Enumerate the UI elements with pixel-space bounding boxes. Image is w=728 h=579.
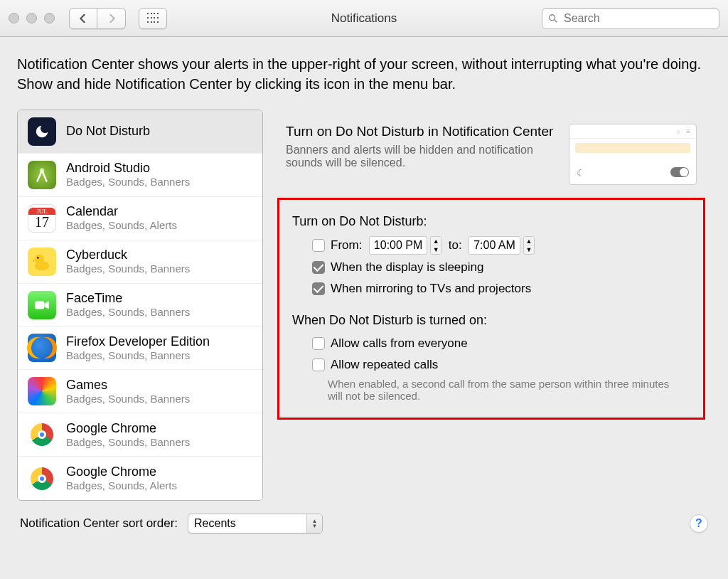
sidebar-item-sub: Badges, Sounds, Alerts: [66, 219, 177, 231]
window-controls: [9, 13, 55, 23]
sort-order-value: Recents: [194, 517, 236, 530]
to-time-field[interactable]: 7:00 AM: [469, 236, 520, 255]
sidebar-item-sub: Badges, Sounds, Banners: [66, 262, 190, 275]
sidebar-item-sub: Badges, Sounds, Banners: [66, 306, 190, 318]
chevron-up-down-icon: ▲▼: [306, 514, 322, 533]
from-label: From:: [331, 238, 362, 253]
zoom-window-button[interactable]: [44, 13, 55, 23]
section-on-title: When Do Not Disturb is turned on:: [292, 313, 690, 328]
from-time-stepper[interactable]: ▲ ▼: [430, 236, 441, 255]
moon-icon: [28, 117, 56, 146]
sidebar-item-android-studio[interactable]: Android Studio Badges, Sounds, Banners: [18, 154, 262, 197]
sort-order-dropdown[interactable]: Recents ▲▼: [188, 514, 323, 533]
preview-banner: [575, 143, 690, 153]
help-button[interactable]: ?: [690, 514, 708, 533]
games-icon: [28, 377, 56, 405]
sidebar-item-sub: Badges, Sounds, Banners: [66, 349, 210, 361]
titlebar: Notifications: [0, 0, 728, 37]
sidebar-item-label: Cyberduck: [66, 248, 190, 262]
schedule-checkbox[interactable]: [312, 239, 325, 252]
sidebar-item-label: Android Studio: [66, 161, 190, 176]
forward-button[interactable]: [97, 8, 126, 29]
sidebar-item-label: Firefox Developer Edition: [66, 335, 210, 349]
preview-list-icon: ≡: [686, 127, 690, 135]
panes: Do Not Disturb Android Studio Badges, So…: [17, 110, 711, 501]
sidebar-item-label: Games: [66, 378, 190, 393]
preview-toggle-icon: [670, 167, 689, 177]
cyberduck-icon: [28, 248, 56, 276]
firefox-icon: [28, 334, 56, 362]
settings-highlight-box: Turn on Do Not Disturb: From: 10:00 PM ▲…: [277, 198, 705, 420]
mirroring-checkbox[interactable]: [312, 282, 325, 295]
svg-point-5: [37, 257, 39, 259]
sidebar-item-label: Do Not Disturb: [66, 124, 150, 139]
schedule-row: From: 10:00 PM ▲ ▼ to: 7:00 AM ▲ ▼: [292, 236, 690, 255]
back-button[interactable]: [69, 8, 97, 29]
grid-icon: [147, 13, 159, 24]
sidebar-item-sub: Badges, Sounds, Alerts: [66, 479, 177, 492]
show-all-button[interactable]: [139, 8, 167, 29]
chrome-icon: [28, 420, 56, 449]
calendar-icon: JUL 17: [28, 204, 56, 233]
sleep-row: When the display is sleeping: [292, 259, 690, 276]
sidebar-item-games[interactable]: Games Badges, Sounds, Banners: [18, 370, 262, 413]
notification-center-preview: ⌕ ≡ ☾: [569, 124, 697, 185]
to-label: to:: [449, 238, 462, 253]
detail-heading: Turn on Do Not Disturb in Notification C…: [286, 124, 556, 139]
preview-search-icon: ⌕: [676, 127, 680, 135]
svg-rect-6: [35, 301, 44, 309]
intro-text: Notification Center shows your alerts in…: [17, 54, 711, 94]
detail-header: Turn on Do Not Disturb in Notification C…: [272, 110, 711, 195]
from-time-field[interactable]: 10:00 PM: [369, 236, 427, 255]
display-sleeping-label: When the display is sleeping: [331, 260, 483, 275]
mirroring-label: When mirroring to TVs and projectors: [331, 282, 531, 296]
sidebar-item-sub: Badges, Sounds, Banners: [66, 176, 190, 188]
repeated-calls-label: Allow repeated calls: [331, 358, 438, 372]
content-area: Notification Center shows your alerts in…: [0, 37, 728, 546]
nav-buttons: [69, 8, 126, 29]
repeated-calls-checkbox[interactable]: [312, 358, 325, 371]
svg-line-1: [555, 19, 557, 22]
sidebar-item-do-not-disturb[interactable]: Do Not Disturb: [18, 110, 262, 154]
stepper-up-icon[interactable]: ▲: [524, 237, 534, 245]
allow-calls-row: Allow calls from everyone: [292, 335, 690, 352]
section-schedule-title: Turn on Do Not Disturb:: [292, 214, 690, 229]
sidebar-item-google-chrome-1[interactable]: Google Chrome Badges, Sounds, Banners: [18, 413, 262, 457]
chrome-icon: [28, 464, 56, 493]
to-time-stepper[interactable]: ▲ ▼: [523, 236, 535, 255]
allow-calls-checkbox[interactable]: [312, 337, 325, 350]
stepper-down-icon[interactable]: ▼: [524, 245, 534, 254]
sidebar-item-cyberduck[interactable]: Cyberduck Badges, Sounds, Banners: [18, 240, 262, 284]
svg-point-0: [550, 14, 555, 20]
sidebar-item-calendar[interactable]: JUL 17 Calendar Badges, Sounds, Alerts: [18, 197, 262, 240]
android-studio-icon: [28, 161, 56, 189]
search-input[interactable]: [562, 11, 713, 26]
sort-order-row: Notification Center sort order: Recents …: [17, 501, 711, 536]
stepper-up-icon[interactable]: ▲: [431, 237, 441, 245]
sidebar-item-label: Calendar: [66, 205, 177, 219]
facetime-icon: [28, 291, 56, 319]
search-field[interactable]: [542, 8, 719, 29]
app-list[interactable]: Do Not Disturb Android Studio Badges, So…: [17, 110, 263, 501]
display-sleeping-checkbox[interactable]: [312, 261, 325, 274]
sidebar-item-firefox-dev[interactable]: Firefox Developer Edition Badges, Sounds…: [18, 327, 262, 371]
svg-point-4: [35, 254, 44, 263]
mirror-row: When mirroring to TVs and projectors: [292, 280, 690, 297]
detail-sub: Banners and alerts will be hidden and no…: [286, 144, 556, 169]
stepper-down-icon[interactable]: ▼: [431, 245, 441, 254]
preview-moon-icon: ☾: [577, 167, 586, 179]
sidebar-item-google-chrome-2[interactable]: Google Chrome Badges, Sounds, Alerts: [18, 457, 262, 500]
repeated-calls-note: When enabled, a second call from the sam…: [328, 378, 683, 402]
sort-order-label: Notification Center sort order:: [20, 516, 178, 531]
sidebar-item-sub: Badges, Sounds, Banners: [66, 436, 190, 448]
allow-calls-label: Allow calls from everyone: [331, 336, 468, 351]
detail-panel: Turn on Do Not Disturb in Notification C…: [272, 110, 711, 501]
repeat-calls-row: Allow repeated calls: [292, 356, 690, 373]
sidebar-item-facetime[interactable]: FaceTime Badges, Sounds, Banners: [18, 284, 262, 327]
sidebar-item-label: Google Chrome: [66, 422, 190, 436]
close-window-button[interactable]: [9, 13, 19, 23]
sidebar-item-label: Google Chrome: [66, 465, 177, 479]
minimize-window-button[interactable]: [26, 13, 37, 23]
sidebar-item-label: FaceTime: [66, 292, 190, 306]
sidebar-item-sub: Badges, Sounds, Banners: [66, 393, 190, 405]
